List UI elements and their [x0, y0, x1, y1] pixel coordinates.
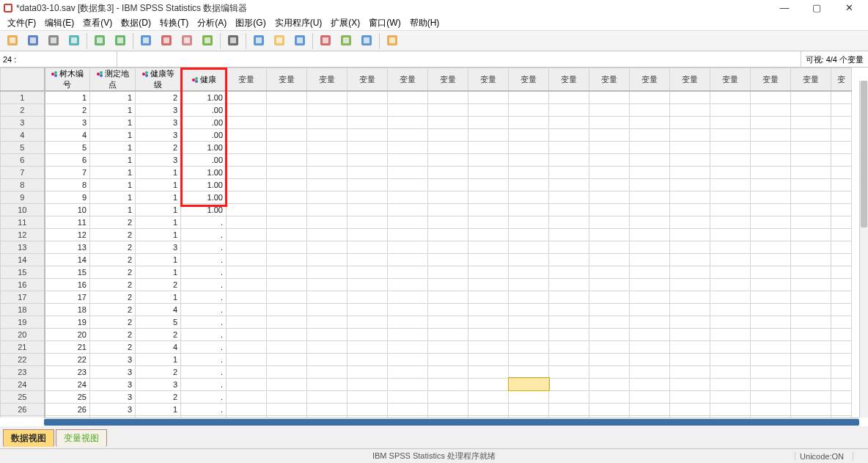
cell[interactable] — [831, 203, 852, 216]
cell[interactable] — [267, 153, 307, 166]
undo-button[interactable] — [90, 32, 109, 50]
cell[interactable] — [670, 378, 710, 390]
cell[interactable] — [710, 166, 751, 178]
row-header[interactable]: 1 — [1, 91, 45, 103]
cell[interactable] — [307, 378, 347, 390]
cell[interactable] — [589, 203, 630, 216]
cell[interactable]: 2 — [90, 278, 136, 291]
cell[interactable]: . — [181, 291, 227, 303]
cell[interactable] — [791, 253, 831, 266]
cell[interactable] — [751, 291, 791, 303]
cell[interactable]: 16 — [45, 278, 90, 291]
cell[interactable]: 3 — [90, 353, 136, 365]
cell[interactable] — [267, 141, 307, 153]
cell[interactable] — [791, 116, 831, 128]
cell[interactable] — [549, 141, 589, 153]
cell[interactable] — [630, 178, 670, 191]
cell[interactable] — [428, 353, 468, 365]
find-button[interactable] — [224, 32, 243, 50]
cell[interactable] — [227, 340, 267, 353]
cell[interactable] — [347, 278, 388, 291]
cell[interactable] — [347, 228, 388, 241]
cell[interactable] — [549, 203, 589, 216]
cell[interactable] — [549, 241, 589, 253]
cell[interactable] — [710, 103, 751, 116]
cell[interactable] — [791, 340, 831, 353]
value-labels-button[interactable] — [357, 32, 376, 50]
cell[interactable] — [428, 116, 468, 128]
cell[interactable]: 1 — [136, 228, 181, 241]
vertical-scrollbar[interactable] — [859, 81, 868, 418]
cell[interactable] — [468, 166, 509, 178]
cell[interactable] — [670, 328, 710, 340]
row-header[interactable]: 21 — [1, 340, 45, 353]
cell[interactable] — [589, 340, 630, 353]
cell[interactable] — [831, 191, 852, 203]
cell[interactable] — [630, 365, 670, 378]
cell[interactable]: 2 — [90, 228, 136, 241]
cell[interactable] — [670, 340, 710, 353]
cell[interactable]: 11 — [45, 216, 90, 228]
cell[interactable] — [307, 203, 347, 216]
cell[interactable] — [831, 228, 852, 241]
cell[interactable] — [388, 191, 428, 203]
cell[interactable] — [549, 166, 589, 178]
cell[interactable] — [831, 353, 852, 365]
cell[interactable] — [751, 116, 791, 128]
cell[interactable] — [227, 390, 267, 403]
row-header[interactable]: 18 — [1, 303, 45, 316]
cell[interactable]: . — [181, 316, 227, 328]
cell[interactable]: 2 — [90, 340, 136, 353]
cell[interactable]: .00 — [181, 128, 227, 141]
cell[interactable] — [791, 241, 831, 253]
cell[interactable] — [710, 378, 751, 390]
minimize-button[interactable]: — — [768, 0, 801, 16]
cell[interactable]: 2 — [136, 278, 181, 291]
cell[interactable] — [630, 378, 670, 390]
cell[interactable] — [468, 266, 509, 278]
row-header[interactable]: 11 — [1, 216, 45, 228]
cell[interactable]: 1 — [90, 128, 136, 141]
cell[interactable] — [509, 166, 549, 178]
cell[interactable] — [630, 316, 670, 328]
cell[interactable] — [710, 91, 751, 103]
column-header-树木编号[interactable]: 树木编号 — [45, 68, 90, 92]
cell[interactable] — [791, 291, 831, 303]
cell[interactable] — [710, 328, 751, 340]
cell[interactable] — [710, 191, 751, 203]
cell[interactable] — [630, 266, 670, 278]
cell[interactable] — [751, 91, 791, 103]
close-button[interactable]: ✕ — [833, 0, 865, 16]
cell[interactable] — [428, 378, 468, 390]
row-header[interactable]: 7 — [1, 166, 45, 178]
cell[interactable] — [630, 241, 670, 253]
column-header-empty[interactable]: 变量 — [267, 68, 307, 92]
row-header[interactable]: 13 — [1, 241, 45, 253]
cell[interactable] — [347, 141, 388, 153]
horizontal-scrollbar[interactable] — [44, 418, 859, 426]
cell[interactable] — [468, 228, 509, 241]
cell[interactable] — [710, 365, 751, 378]
cell[interactable]: . — [181, 378, 227, 390]
cell[interactable] — [267, 128, 307, 141]
cell[interactable] — [589, 266, 630, 278]
cell[interactable] — [509, 128, 549, 141]
cell[interactable]: . — [181, 266, 227, 278]
row-header[interactable]: 14 — [1, 253, 45, 266]
cell[interactable] — [751, 340, 791, 353]
row-header[interactable]: 15 — [1, 266, 45, 278]
column-header-empty[interactable]: 变量 — [347, 68, 388, 92]
tab-data-view[interactable]: 数据视图 — [3, 429, 54, 447]
column-header-empty[interactable]: 变量 — [509, 68, 549, 92]
cell[interactable] — [710, 253, 751, 266]
menu-item-6[interactable]: 图形(G) — [231, 15, 270, 31]
cell[interactable] — [670, 128, 710, 141]
column-header-empty[interactable]: 变量 — [670, 68, 710, 92]
cell[interactable]: 1 — [136, 203, 181, 216]
cell[interactable]: . — [181, 278, 227, 291]
cell[interactable]: 20 — [45, 328, 90, 340]
cell[interactable] — [589, 390, 630, 403]
cell[interactable] — [428, 153, 468, 166]
cell[interactable]: . — [181, 403, 227, 415]
cell[interactable] — [267, 103, 307, 116]
